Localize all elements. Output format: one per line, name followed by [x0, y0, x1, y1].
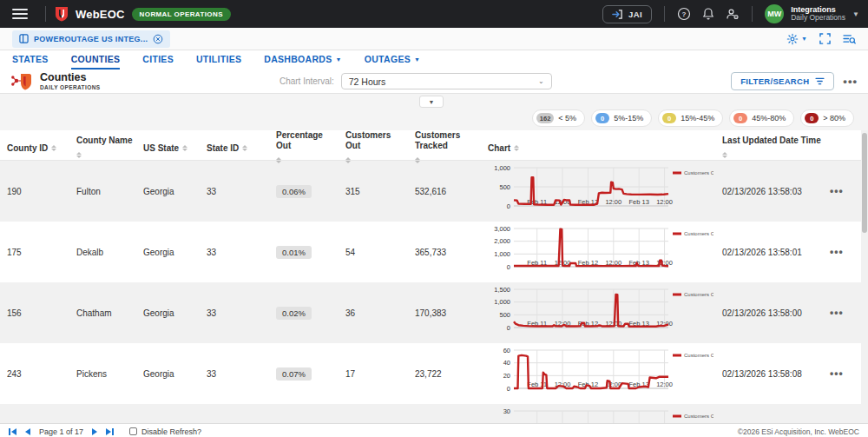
tab-outages[interactable]: OUTAGES▼	[365, 54, 420, 68]
cell-percentage-out: 0.01%	[269, 246, 339, 259]
disable-refresh-label: Disable Refresh?	[141, 427, 201, 436]
chevron-down-icon: ▼	[336, 56, 342, 63]
cell-county-name: Dekalb	[69, 248, 136, 257]
hamburger-menu-icon[interactable]	[12, 9, 28, 19]
legend-pill[interactable]: 045%-80%	[729, 109, 794, 127]
chart-interval-label: Chart Interval:	[279, 76, 334, 86]
filter-icon	[815, 77, 825, 85]
table-row[interactable]: 175DekalbGeorgia330.01%54365,73301,0002,…	[0, 222, 868, 282]
svg-text:Customers Out: Customers Out	[684, 170, 713, 175]
previous-page-button[interactable]	[25, 428, 30, 435]
sort-icon	[76, 149, 82, 161]
help-icon[interactable]: ?	[677, 7, 691, 21]
percentage-out-badge: 0.06%	[276, 185, 312, 198]
legend-pill[interactable]: 05%-15%	[591, 109, 652, 127]
column-header-state-id[interactable]: State ID	[200, 142, 269, 154]
board-header: Counties DAILY OPERATIONS Chart Interval…	[0, 70, 868, 94]
divider	[45, 6, 46, 22]
notifications-bell-icon[interactable]	[701, 7, 715, 21]
svg-text:40: 40	[503, 359, 510, 367]
cell-state-id: 33	[200, 187, 269, 196]
svg-text:Customers Out: Customers Out	[684, 414, 713, 419]
last-page-button[interactable]	[106, 428, 114, 435]
legend-label: 15%-45%	[681, 114, 714, 122]
user-profile-menu[interactable]: MW Integrations Daily Operations ▼	[765, 4, 859, 23]
vertical-scrollbar[interactable]	[861, 130, 868, 423]
svg-text:Customers Out: Customers Out	[684, 353, 713, 358]
cell-customers-out: 36	[339, 308, 408, 318]
page-subtitle: DAILY OPERATIONS	[40, 84, 101, 90]
cell-us-state: Georgia	[136, 248, 200, 257]
app-title: WebEOC	[76, 8, 125, 21]
column-header-percentage-out[interactable]: Percentage Out	[269, 130, 339, 166]
cell-state-id: 33	[200, 369, 269, 379]
table-header-row: County IDCounty NameUS StateState IDPerc…	[0, 130, 868, 161]
column-header-us-state[interactable]: US State	[136, 142, 200, 154]
filter-search-button[interactable]: FILTER/SEARCH	[731, 72, 834, 90]
user-role: Daily Operations	[791, 14, 845, 23]
percentage-out-badge: 0.07%	[276, 367, 312, 381]
svg-text:Customers Out: Customers Out	[684, 231, 713, 236]
svg-text:0: 0	[507, 385, 510, 393]
disable-refresh-checkbox[interactable]	[129, 427, 137, 435]
table-row[interactable]: 243PickensGeorgia330.07%1723,7220204060F…	[0, 343, 868, 404]
percentage-out-badge: 0.01%	[276, 246, 312, 259]
svg-text:1,000: 1,000	[494, 298, 510, 306]
table-row[interactable]: 190FultonGeorgia330.06%315532,61605001,0…	[0, 161, 868, 222]
cell-chart: 05001,000Feb 1112:00Feb 1212:00Feb 1312:…	[481, 162, 715, 220]
cell-chart: 0204060Feb 1112:00Feb 1212:00Feb 1312:00…	[481, 345, 715, 402]
status-badge: NORMAL OPERATIONS	[132, 8, 231, 21]
cell-county-id: 190	[0, 187, 69, 196]
table-body: 190FultonGeorgia330.06%315532,61605001,0…	[0, 161, 868, 423]
legend-pill[interactable]: 015%-45%	[658, 109, 723, 127]
admin-user-settings-icon[interactable]	[726, 7, 740, 21]
cell-last-updated: 02/13/2026 13:58:01	[715, 248, 826, 257]
legend-pill[interactable]: 0> 80%	[800, 109, 854, 127]
search-records-icon[interactable]	[843, 33, 856, 44]
legend-label: < 5%	[558, 114, 576, 122]
board-tab-bar: POWEROUTAGE US INTEG... ▼	[0, 28, 868, 50]
column-header-chart[interactable]: Chart	[481, 142, 715, 154]
chart-interval-select[interactable]: 72 Hours ⌄	[341, 73, 552, 89]
cell-chart: 01,0002,0003,000Feb 1112:00Feb 1212:00Fe…	[481, 223, 715, 281]
column-header-county-id[interactable]: County ID	[0, 142, 69, 154]
sort-icon	[276, 155, 281, 166]
sign-in-icon	[612, 9, 623, 20]
cell-customers-tracked: 365,733	[408, 248, 481, 257]
column-header-last-updated-date-time[interactable]: Last Updated Date Time	[715, 136, 826, 161]
counties-table: County IDCounty NameUS StateState IDPerc…	[0, 130, 868, 423]
tab-utilities[interactable]: UTILITIES	[196, 54, 241, 68]
cell-us-state: Georgia	[136, 369, 200, 379]
column-header-county-name[interactable]: County Name	[69, 136, 136, 161]
cell-county-id: 243	[0, 369, 69, 379]
fullscreen-icon[interactable]	[819, 33, 831, 44]
collapse-panel-button[interactable]: ▼	[419, 96, 444, 108]
tab-states[interactable]: STATES	[12, 54, 49, 68]
legend-pill[interactable]: 162< 5%	[532, 109, 585, 127]
board-settings-gear-icon[interactable]: ▼	[786, 33, 807, 45]
column-header-customers-tracked[interactable]: Customers Tracked	[408, 130, 481, 166]
cell-state-id: 33	[200, 308, 269, 318]
legend-count-badge: 0	[733, 113, 747, 123]
svg-text:500: 500	[499, 183, 510, 191]
tab-dashboards[interactable]: DASHBOARDS▼	[264, 54, 342, 68]
legend-label: 5%-15%	[614, 114, 643, 122]
table-row[interactable]: 156ChathamGeorgia330.02%36170,38305001,0…	[0, 282, 868, 343]
cell-percentage-out: 0.02%	[269, 307, 339, 320]
first-page-button[interactable]	[9, 428, 16, 435]
more-options-icon[interactable]: •••	[843, 75, 858, 88]
tab-counties[interactable]: COUNTIES	[71, 54, 121, 70]
next-page-button[interactable]	[92, 428, 97, 435]
close-icon[interactable]	[153, 34, 163, 44]
column-header-customers-out[interactable]: Customers Out	[339, 130, 408, 166]
top-bar: WebEOC NORMAL OPERATIONS JAI ? MW Integr…	[0, 0, 868, 28]
outage-severity-legend: 162< 5%05%-15%015%-45%045%-80%0> 80%	[532, 109, 854, 127]
table-row[interactable]: 30Feb 1112:00Feb 1212:00Feb 1312:00Custo…	[0, 404, 868, 423]
jai-assistant-button[interactable]: JAI	[602, 5, 652, 23]
tab-cities[interactable]: CITIES	[142, 54, 174, 68]
percentage-out-badge: 0.02%	[276, 307, 312, 320]
board-tab-poweroutage[interactable]: POWEROUTAGE US INTEG...	[12, 30, 170, 48]
customers-out-sparkline: 05001,0001,500Feb 1112:00Feb 1212:00Feb …	[488, 284, 713, 340]
scrollbar-thumb[interactable]	[862, 133, 867, 233]
divider	[752, 6, 753, 22]
